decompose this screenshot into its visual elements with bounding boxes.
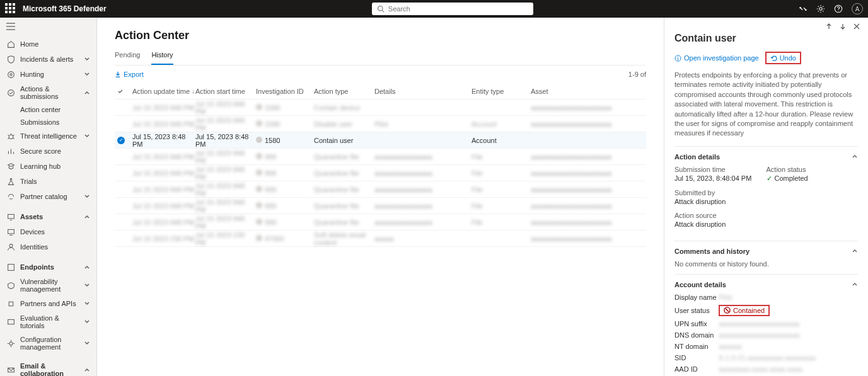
nav-hunting[interactable]: Hunting: [0, 67, 96, 82]
table-row[interactable]: Jul 15 2023 848 PMJul 15 2023 848 PM999Q…: [115, 214, 646, 231]
status-dot-icon: [256, 137, 262, 143]
collapse-nav-icon[interactable]: [0, 18, 96, 37]
global-search[interactable]: [372, 3, 533, 15]
nav-action-center[interactable]: Action center: [0, 103, 96, 116]
download-icon: [115, 71, 121, 77]
connector-icon[interactable]: [799, 4, 807, 13]
chevron-up-icon[interactable]: [852, 281, 858, 288]
table-row[interactable]: Jul 15 2023 848 PMJul 15 2023 848 PM1580…: [115, 100, 646, 116]
svg-rect-17: [8, 264, 14, 270]
svg-point-26: [678, 56, 678, 57]
vuln-icon: [6, 281, 15, 290]
nav-incidents[interactable]: Incidents & alerts: [0, 52, 96, 67]
row-selected-icon: [117, 137, 125, 144]
chevron-up-icon[interactable]: [852, 248, 858, 255]
page-title: Action Center: [115, 29, 646, 42]
nav-config-mgmt[interactable]: Configuration management: [0, 333, 96, 354]
learning-icon: [6, 162, 15, 171]
table-row[interactable]: Jul 15 2023 848 PMJul 15 2023 848 PM999Q…: [115, 181, 646, 198]
chevron-down-icon: [84, 133, 90, 139]
chevron-up-icon: [84, 214, 90, 220]
svg-point-3: [805, 9, 807, 11]
svg-rect-18: [8, 319, 14, 324]
nav-vuln-mgmt[interactable]: Vulnerability management: [0, 275, 96, 296]
svg-point-19: [9, 342, 13, 345]
assets-icon: [6, 212, 15, 221]
nav-trials[interactable]: Trials: [0, 174, 96, 189]
table-row-selected[interactable]: Jul 15, 2023 8:48 PM Jul 15, 2023 8:48 P…: [115, 132, 646, 149]
svg-point-6: [838, 11, 838, 11]
nav-partner-catalog[interactable]: Partner catalog: [0, 189, 96, 204]
target-icon: [6, 70, 15, 79]
nav-endpoints[interactable]: Endpoints: [0, 259, 96, 275]
section-action-details: Action details Submission time Jul 15, 2…: [674, 146, 858, 241]
table-row[interactable]: Jul 15 2023 848 PMJul 15 2023 848 PM999Q…: [115, 165, 646, 181]
col-action-type[interactable]: Action type: [314, 88, 374, 95]
nav-email-collab[interactable]: Email & collaboration: [0, 359, 96, 376]
table-row[interactable]: Jul 15 2023 230 PMJul 15 2023 230 PM4700…: [115, 231, 646, 247]
chevron-up-icon: [84, 89, 90, 96]
block-icon: [724, 307, 731, 314]
prev-icon[interactable]: [825, 23, 833, 30]
tab-pending[interactable]: Pending: [115, 51, 140, 65]
nav-threat-intel[interactable]: Threat intelligence: [0, 128, 96, 144]
export-button[interactable]: Export: [115, 71, 144, 78]
chevron-up-icon[interactable]: [852, 153, 858, 161]
grid-header-row: Action update time↓ Action start time In…: [115, 83, 646, 100]
svg-rect-15: [8, 229, 14, 234]
details-flyout: Contain user Open investigation page Und…: [664, 18, 868, 376]
actions-icon: [6, 88, 15, 97]
col-details[interactable]: Details: [374, 88, 472, 95]
sort-desc-icon: ↓: [192, 88, 195, 94]
nav-learning-hub[interactable]: Learning hub: [0, 159, 96, 174]
app-launcher-icon[interactable]: [5, 3, 16, 14]
nav-assets[interactable]: Assets: [0, 209, 96, 224]
table-row[interactable]: Jul 15 2023 848 PMJul 15 2023 848 PM999Q…: [115, 198, 646, 214]
nav-partners-apis[interactable]: Partners and APIs: [0, 296, 96, 311]
search-input[interactable]: [388, 5, 528, 13]
nav-identities[interactable]: Identities: [0, 239, 96, 254]
help-icon[interactable]: [834, 4, 843, 13]
svg-point-4: [819, 8, 822, 10]
chevron-down-icon: [84, 340, 90, 346]
table-row[interactable]: Jul 15 2023 848 PMJul 15 2023 848 PM999Q…: [115, 149, 646, 165]
undo-button[interactable]: Undo: [765, 52, 801, 64]
col-entity-type[interactable]: Entity type: [472, 88, 531, 95]
tabs: Pending History: [115, 51, 646, 66]
account-avatar[interactable]: A: [852, 3, 863, 14]
chevron-down-icon: [84, 193, 90, 200]
nav-devices[interactable]: Devices: [0, 224, 96, 239]
nav-secure-score[interactable]: Secure score: [0, 144, 96, 159]
chevron-down-icon: [84, 71, 90, 77]
chevron-down-icon: [84, 300, 90, 307]
settings-icon[interactable]: [816, 4, 825, 13]
undo-icon: [770, 55, 777, 62]
nav-eval-tutorials[interactable]: Evaluation & tutorials: [0, 311, 96, 333]
close-icon[interactable]: [853, 23, 860, 30]
checkmark-icon: [117, 88, 124, 94]
top-bar: Microsoft 365 Defender A: [0, 0, 868, 18]
col-update-time[interactable]: Action update time↓: [132, 88, 195, 95]
svg-point-10: [8, 71, 14, 77]
score-icon: [6, 147, 15, 156]
nav-submissions[interactable]: Submissions: [0, 116, 96, 128]
status-completed: ✓Completed: [767, 174, 859, 183]
main-content: Action Center Pending History Export 1-9…: [97, 18, 664, 376]
col-asset[interactable]: Asset: [531, 88, 669, 95]
shield-icon: [6, 55, 15, 64]
tutorial-icon: [6, 317, 15, 326]
col-start-time[interactable]: Action start time: [195, 88, 256, 95]
svg-rect-14: [8, 214, 14, 219]
product-brand: Microsoft 365 Defender: [23, 4, 107, 13]
tab-history[interactable]: History: [151, 51, 173, 65]
flyout-description: Protects endpoints by enforcing a policy…: [674, 71, 858, 139]
svg-point-16: [9, 244, 13, 247]
table-row[interactable]: Jul 15 2023 848 PMJul 15 2023 848 PM1580…: [115, 116, 646, 132]
svg-point-11: [9, 73, 11, 75]
open-investigation-link[interactable]: Open investigation page: [674, 54, 759, 62]
nav-actions-submissions[interactable]: Actions & submissions: [0, 82, 96, 103]
svg-line-28: [726, 309, 729, 312]
next-icon[interactable]: [839, 23, 847, 30]
col-investigation-id[interactable]: Investigation ID: [256, 88, 314, 95]
nav-home[interactable]: Home: [0, 37, 96, 52]
